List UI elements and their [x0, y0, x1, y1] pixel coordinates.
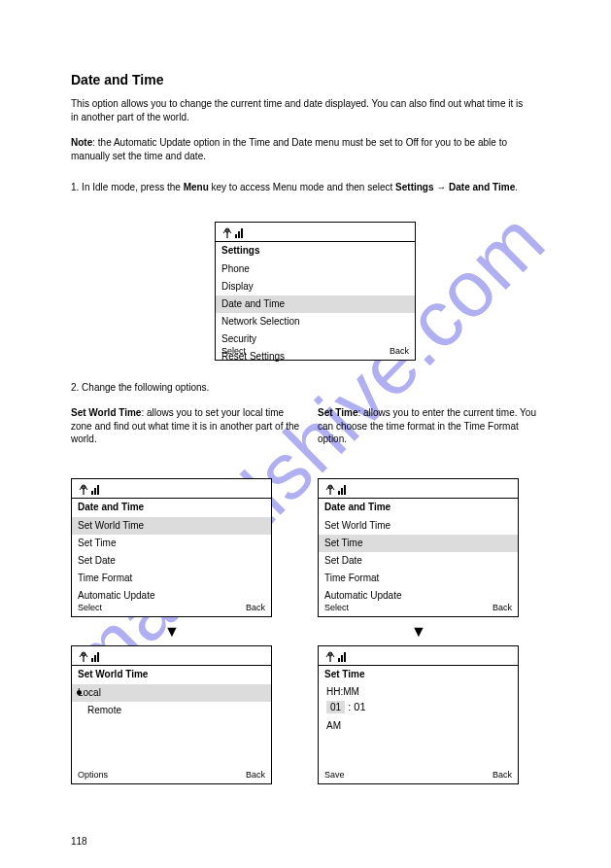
svg-rect-14 [344, 485, 346, 495]
signal-icon [221, 226, 247, 239]
screen-title: Date and Time [72, 500, 271, 515]
screen-list: Local Remote [72, 684, 271, 766]
screen-settings: Settings Phone Display Date and Time Net… [215, 222, 416, 361]
status-bar [216, 223, 415, 242]
softkey-left[interactable]: Options [78, 770, 108, 783]
svg-rect-24 [344, 652, 346, 662]
page-number: 118 [71, 836, 87, 847]
list-item[interactable]: Set Date [72, 552, 271, 570]
list-item[interactable]: Network Selection [216, 313, 415, 330]
screen-settime: Set Time HH:MM 01 : 01 AM Save Back [318, 645, 519, 784]
softkey-bar: Select Back [72, 601, 271, 616]
arrow-down-icon: ▼ [411, 623, 426, 641]
svg-rect-4 [241, 228, 243, 238]
list-item[interactable]: Set Date [319, 552, 518, 570]
status-bar [72, 479, 271, 499]
svg-rect-3 [238, 231, 240, 238]
list-item-selected[interactable]: Local [72, 684, 271, 702]
screen-list: Set World Time Set Time Set Date Time Fo… [72, 517, 271, 599]
svg-rect-18 [94, 655, 96, 662]
svg-rect-2 [235, 234, 237, 238]
softkey-left[interactable]: Select [221, 346, 246, 360]
list-item-selected[interactable]: Date and Time [216, 295, 415, 313]
list-item-selected[interactable]: Set World Time [72, 517, 271, 535]
softkey-bar: Select Back [216, 344, 415, 360]
list-item[interactable]: Remote [72, 702, 271, 719]
softkey-right[interactable]: Back [246, 603, 265, 616]
signal-icon [78, 649, 103, 663]
time-minute-field[interactable]: 01 [354, 701, 365, 712]
step1-prefix: 1. In Idle mode, press the [71, 182, 184, 192]
option-setwt: Set World Time: allows you to set your l… [71, 406, 304, 446]
list-item[interactable]: Time Format [72, 570, 271, 587]
svg-rect-13 [341, 488, 343, 495]
time-label: HH:MM [326, 686, 359, 697]
screen-worldtime: Set World Time Local Remote Options Back [71, 645, 272, 784]
step1-path: Settings → Date and Time [395, 182, 515, 192]
step1-text: 1. In Idle mode, press the Menu key to a… [71, 181, 537, 194]
step2-text: 2. Change the following options. [71, 381, 537, 395]
screen-title: Set Time [319, 667, 518, 682]
page-content: Date and Time This option allows you to … [0, 0, 611, 868]
time-value-row: 01 : 01 [326, 701, 366, 713]
screen-title: Settings [216, 243, 415, 259]
screen-datetime-1: Date and Time Set World Time Set Time Se… [71, 478, 272, 617]
softkey-right[interactable]: Back [492, 603, 512, 616]
screen-title: Date and Time [319, 500, 518, 515]
softkey-right[interactable]: Back [492, 770, 512, 783]
step1-suffix: . [515, 182, 518, 192]
status-bar [72, 646, 271, 666]
svg-rect-8 [94, 488, 96, 495]
arrow-down-icon: ▼ [164, 623, 180, 641]
signal-icon [78, 482, 103, 496]
list-item[interactable]: Phone [216, 260, 415, 278]
svg-rect-7 [91, 491, 93, 495]
option-settime: Set Time: allows you to enter the curren… [318, 406, 541, 446]
signal-icon [324, 649, 350, 663]
list-item-selected[interactable]: Set Time [319, 535, 518, 552]
screen-title: Set World Time [72, 667, 271, 682]
signal-icon [324, 482, 350, 496]
softkey-right[interactable]: Back [246, 770, 265, 783]
svg-rect-23 [341, 655, 343, 662]
time-hour-field[interactable]: 01 [326, 701, 345, 713]
list-item[interactable]: Set World Time [319, 517, 518, 535]
step1-key: Menu [184, 182, 209, 192]
softkey-left[interactable]: Select [324, 603, 349, 616]
step1-mid: key to access Menu mode and then select [209, 182, 395, 192]
list-item[interactable]: Time Format [319, 570, 518, 587]
list-item[interactable]: Display [216, 278, 415, 295]
status-bar [319, 479, 518, 499]
screen-list: Set World Time Set Time Set Date Time Fo… [319, 517, 518, 599]
intro-paragraph: This option allows you to change the cur… [71, 97, 527, 123]
svg-rect-22 [338, 658, 340, 662]
note-line: Note: the Automatic Update option in the… [71, 136, 540, 162]
screen-datetime-2: Date and Time Set World Time Set Time Se… [318, 478, 519, 617]
svg-rect-19 [97, 652, 99, 662]
option-setwt-label: Set World Time [71, 407, 141, 418]
svg-rect-17 [91, 658, 93, 662]
note-label: Note [71, 137, 92, 148]
softkey-left[interactable]: Select [78, 603, 102, 616]
softkey-bar: Save Back [319, 768, 518, 783]
svg-rect-12 [338, 491, 340, 495]
ampm-field[interactable]: AM [326, 720, 341, 731]
option-settime-label: Set Time [318, 407, 358, 418]
screen-list: Phone Display Date and Time Network Sele… [216, 260, 415, 342]
softkey-right[interactable]: Back [390, 346, 409, 360]
softkey-left[interactable]: Save [324, 770, 345, 783]
status-bar [319, 646, 518, 666]
svg-rect-9 [97, 485, 99, 495]
note-text: : the Automatic Update option in the Tim… [71, 137, 507, 161]
section-heading: Date and Time [71, 72, 163, 87]
softkey-bar: Options Back [72, 768, 271, 783]
list-item[interactable]: Set Time [72, 535, 271, 552]
softkey-bar: Select Back [319, 601, 518, 616]
